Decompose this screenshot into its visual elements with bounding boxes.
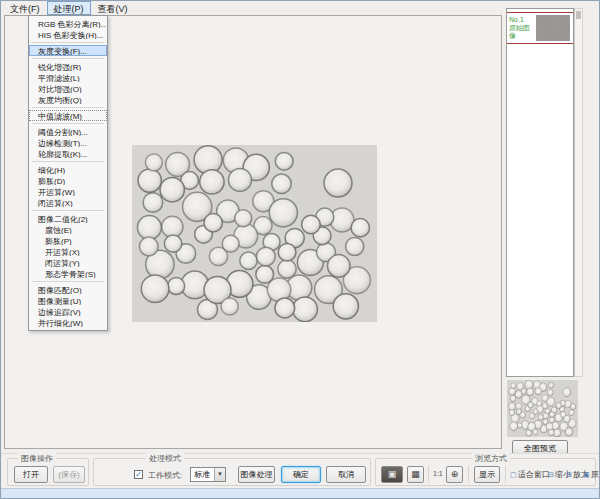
menu-separator — [32, 161, 104, 162]
menu-separator — [32, 107, 104, 108]
menu-item[interactable]: 并行细化(W) — [29, 317, 107, 328]
menu-item[interactable]: 腐蚀(E) — [29, 224, 107, 235]
zoom-ratio-label: 1:1 — [433, 470, 443, 477]
preview-thumbnail — [507, 380, 578, 437]
menu-item[interactable]: 开运算(X) — [29, 246, 107, 257]
group-process-mode-label: 处理模式 — [146, 453, 184, 464]
process-button[interactable]: 图像处理 — [238, 466, 275, 483]
magnifier-icon: ⊕ — [451, 469, 459, 479]
menu-file[interactable]: 文件(F) — [3, 1, 47, 15]
bottom-toolbar: 图像操作 打开 (保存) 处理模式 ✓ 工作模式: 标准 ▼ 图像处理 确定 取… — [1, 453, 600, 488]
chevron-down-icon: ▼ — [214, 468, 225, 481]
menu-item[interactable]: 闭运算(X) — [29, 197, 107, 208]
group-browse-mode-label: 浏览方式 — [472, 453, 510, 464]
menu-separator — [32, 42, 104, 43]
list-item-text: No.1 原始图像 — [507, 16, 535, 40]
menu-item[interactable]: 灰度均衡(Q) — [29, 94, 107, 105]
enlarge-icon: ⊞ — [566, 471, 572, 478]
capture-icon: ▣ — [388, 469, 397, 479]
save-button[interactable]: (保存) — [53, 466, 85, 483]
open-button[interactable]: 打开 — [14, 466, 48, 483]
list-scrollbar[interactable] — [574, 8, 583, 377]
menu-view[interactable]: 查看(V) — [91, 1, 135, 15]
menu-item[interactable]: 中值滤波(M) — [29, 110, 107, 121]
menu-separator — [32, 281, 104, 282]
menu-item[interactable]: 阈值分割(N)... — [29, 126, 107, 137]
menu-item[interactable]: 膨胀(D) — [29, 175, 107, 186]
window-bottom-frame — [1, 488, 600, 499]
menu-item[interactable]: 锐化增强(R) — [29, 61, 107, 72]
grid-button[interactable]: ▦ — [407, 466, 424, 483]
menu-item[interactable]: 平滑滤波(L) — [29, 72, 107, 83]
app-window: 文件(F) 处理(P) 查看(V) — [0, 0, 600, 499]
menu-item[interactable]: 边缘追踪(V) — [29, 306, 107, 317]
menu-item[interactable]: 灰度变换(F)... — [29, 45, 107, 56]
menu-process[interactable]: 处理(P) — [47, 1, 91, 15]
image-list[interactable]: No.1 原始图像 — [506, 8, 574, 377]
menu-item[interactable]: 图像二值化(2) — [29, 213, 107, 224]
menu-item[interactable]: 闭运算(Y) — [29, 257, 107, 268]
menu-item[interactable]: RGB 色彩分离(R)... — [29, 18, 107, 29]
full-preview-button[interactable]: 全图预览 — [512, 440, 568, 454]
check-icon: ✓ — [135, 470, 142, 479]
menu-item[interactable]: 膨胀(P) — [29, 235, 107, 246]
magnifier-button[interactable]: ⊕ — [446, 466, 463, 483]
menu-item[interactable]: 图像匹配(O) — [29, 284, 107, 295]
original-icon: ▣ — [583, 471, 590, 478]
menu-item[interactable]: 轮廓提取(K)... — [29, 148, 107, 159]
group-process-mode: 处理模式 ✓ 工作模式: 标准 ▼ 图像处理 确定 取消 — [93, 458, 371, 486]
option-original[interactable]: ▣原图 — [583, 469, 600, 480]
mode-label: 工作模式: — [148, 470, 182, 481]
enable-checkbox[interactable]: ✓ — [134, 470, 143, 479]
group-browse-mode: 浏览方式 ▣ ▦ 1:1 ⊕ 显示 ▢适合窗口 ⊟缩小 ⊞放大 — [375, 458, 596, 486]
scrollbar-thumb[interactable] — [576, 11, 581, 19]
group-image-ops-label: 图像操作 — [18, 453, 56, 464]
fit-icon: ▢ — [510, 471, 517, 478]
menu-item[interactable]: 边缘检测(T)... — [29, 137, 107, 148]
cancel-button[interactable]: 取消 — [326, 466, 366, 483]
capture-button[interactable]: ▣ — [381, 466, 403, 483]
group-image-ops: 图像操作 打开 (保存) — [7, 458, 89, 486]
menu-separator — [32, 210, 104, 211]
menu-item[interactable]: 对比增强(O) — [29, 83, 107, 94]
option-fit-window[interactable]: ▢适合窗口 — [510, 469, 550, 480]
menu-item[interactable]: HIS 色彩变换(H)... — [29, 29, 107, 40]
menu-separator — [32, 123, 104, 124]
shrink-icon: ⊟ — [548, 471, 554, 478]
menu-item[interactable]: 开运算(W) — [29, 186, 107, 197]
process-dropdown-menu: RGB 色彩分离(R)...HIS 色彩变换(H)...灰度变换(F)...锐化… — [28, 15, 108, 331]
menu-separator — [32, 58, 104, 59]
menu-item[interactable]: 图像测量(U) — [29, 295, 107, 306]
menu-item[interactable]: 细化(H) — [29, 164, 107, 175]
show-button[interactable]: 显示 — [474, 466, 500, 483]
grid-icon: ▦ — [411, 469, 420, 479]
list-item-selected[interactable]: No.1 原始图像 — [507, 12, 573, 44]
ok-button[interactable]: 确定 — [281, 466, 321, 483]
mode-combobox[interactable]: 标准 ▼ — [190, 467, 226, 482]
list-item-thumbnail — [536, 15, 570, 41]
menu-item[interactable]: 形态学骨架(S) — [29, 268, 107, 279]
micrograph-image — [132, 145, 377, 322]
